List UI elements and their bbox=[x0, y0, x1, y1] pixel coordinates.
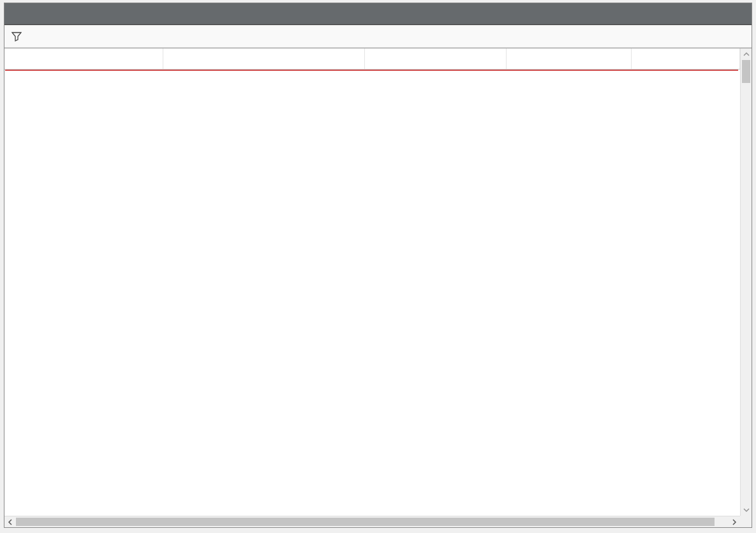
column-header-datetime[interactable] bbox=[163, 49, 364, 69]
column-header-source[interactable] bbox=[364, 49, 506, 69]
scroll-track[interactable] bbox=[741, 60, 752, 504]
panel-titlebar bbox=[4, 3, 752, 25]
events-scroll bbox=[4, 49, 740, 516]
filter-icon[interactable] bbox=[11, 31, 22, 42]
vertical-scrollbar[interactable] bbox=[740, 49, 752, 516]
scroll-thumb[interactable] bbox=[742, 60, 750, 83]
scroll-up-icon[interactable] bbox=[741, 49, 752, 60]
content-area bbox=[4, 48, 752, 527]
column-header-eventid[interactable] bbox=[506, 49, 631, 69]
filter-bar bbox=[4, 25, 752, 48]
column-header-level[interactable] bbox=[4, 49, 163, 69]
scroll-right-icon[interactable] bbox=[729, 516, 740, 527]
scroll-left-icon[interactable] bbox=[4, 516, 16, 527]
column-header-task[interactable] bbox=[631, 49, 740, 69]
horizontal-scrollbar[interactable] bbox=[4, 516, 740, 527]
event-viewer-panel bbox=[4, 3, 752, 528]
hscroll-thumb[interactable] bbox=[16, 518, 715, 526]
scroll-down-icon[interactable] bbox=[741, 504, 752, 516]
table-header-row bbox=[4, 49, 740, 69]
scroll-corner bbox=[740, 516, 752, 527]
events-table bbox=[4, 49, 740, 70]
highlight-box bbox=[5, 70, 738, 71]
